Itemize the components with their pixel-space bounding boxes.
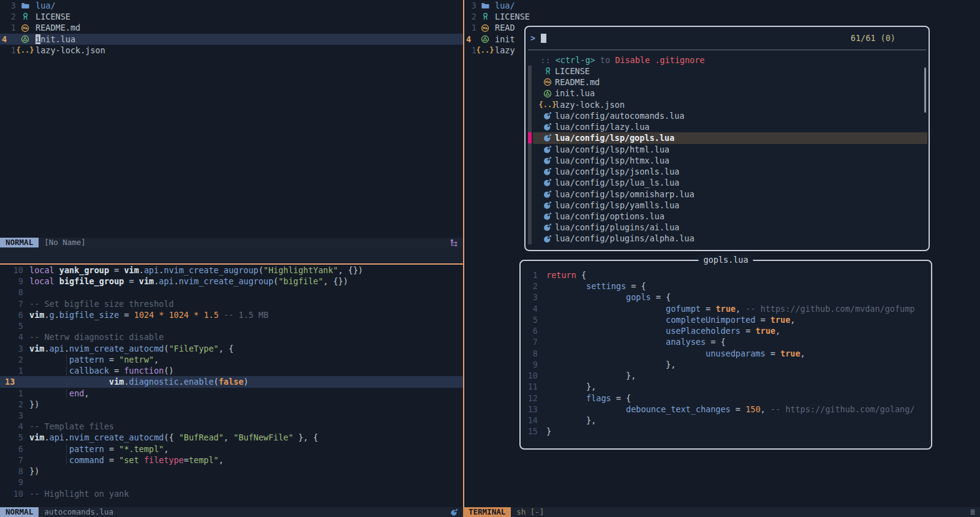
code-text: } [546, 426, 551, 437]
line-number: 7 [521, 336, 538, 347]
code-line[interactable]: 3vim.api.nvim_create_autocmd("FileType",… [0, 343, 463, 354]
fzf-item[interactable]: {..}lazy-lock.json [533, 99, 927, 110]
code-line[interactable]: 8}) [0, 466, 463, 477]
line-number: 2 [0, 399, 23, 410]
code-line[interactable]: 5 [0, 320, 463, 331]
fzf-item[interactable]: lua/config/lazy.lua [533, 121, 927, 132]
indent-guide [66, 388, 67, 398]
code-text: }) [29, 466, 39, 477]
fzf-popup: > 61/61 (0) :: <ctrl-g> to Disable .giti… [524, 26, 930, 251]
code-text: }, [546, 381, 596, 392]
code-text: unusedparams = true, [546, 348, 805, 359]
code-line[interactable]: 10-- Highlight on yank [0, 488, 463, 499]
fzf-item[interactable]: lua/config/lsp/lua_ls.lua [533, 177, 927, 188]
code-line[interactable]: 6vim.g.bigfile_size = 1024 * 1024 * 1.5 … [0, 309, 463, 320]
code-line[interactable]: 9local bigfile_group = vim.api.nvim_crea… [0, 276, 463, 287]
line-number: 4 [521, 303, 538, 314]
explorer-row[interactable]: 4init [464, 34, 526, 45]
fzf-item[interactable]: lua/config/lsp/omnisharp.lua [533, 189, 927, 200]
preview-line: 4 gofumpt = true, -- https://github.com/… [521, 303, 929, 314]
fzf-item[interactable]: README.md [533, 77, 927, 88]
code-line[interactable]: 4-- Netrw diagnostic disable [0, 331, 463, 342]
code-line[interactable]: 9 [0, 477, 463, 488]
preview-window: gopls.lua 1return {2 settings = {3 gopls… [519, 260, 932, 450]
fzf-item[interactable]: lua/config/options.lua [533, 211, 927, 222]
file-name: READ [495, 22, 515, 33]
fzf-item[interactable]: lua/config/lsp/htmx.lua [533, 155, 927, 166]
code-line[interactable]: 1 callback = function() [0, 365, 463, 376]
fzf-item[interactable]: lua/config/lsp/gopls.lua [533, 132, 927, 143]
code-line[interactable]: 2 pattern = "netrw", [0, 354, 463, 365]
file-name: LICENSE [495, 11, 530, 22]
line-number: 3 [0, 343, 23, 354]
line-number: 4 [464, 34, 477, 45]
code-text: flags = { [546, 393, 631, 404]
code-line[interactable]: 4-- Template files [0, 421, 463, 432]
markdown-icon [543, 77, 552, 87]
fzf-item[interactable]: init.lua [533, 88, 927, 99]
code-line[interactable]: 7 command = "set filetype=templ", [0, 455, 463, 466]
code-text: vim.g.bigfile_size = 1024 * 1024 * 1.5 -… [29, 309, 268, 320]
code-text: local yank_group = vim.api.nvim_create_a… [29, 265, 363, 276]
fzf-result-list: LICENSEREADME.mdinit.lua{..}lazy-lock.js… [526, 66, 929, 247]
file-name: lazy [495, 45, 515, 56]
explorer-row[interactable]: 2LICENSE [464, 11, 526, 22]
preview-line: 10 }, [521, 370, 929, 381]
fzf-item[interactable]: lua/config/plugins/alpha.lua [533, 233, 927, 244]
lua-icon [543, 111, 552, 121]
mode-badge: TERMINAL [463, 507, 511, 517]
file-name: lazy-lock.json [555, 99, 625, 110]
code-line[interactable]: 13 vim.diagnostic.enable(false) [0, 376, 463, 387]
code-text: vim.api.nvim_create_autocmd("FileType", … [29, 343, 233, 354]
explorer-row[interactable]: 1{..}lazy [464, 45, 526, 56]
fzf-item[interactable]: lua/config/lsp/yamlls.lua [533, 200, 927, 211]
fzf-prompt[interactable]: > 61/61 (0) [526, 32, 929, 44]
fzf-selection-marker [528, 132, 532, 143]
line-number: 13 [521, 404, 538, 415]
fzf-item[interactable]: lua/config/lsp/jsonls.lua [533, 166, 927, 177]
preview-line: 2 settings = { [521, 281, 929, 292]
fzf-scrollbar[interactable] [924, 67, 926, 113]
file-name: lua/config/autocomands.lua [555, 110, 684, 121]
code-line[interactable]: 6 pattern = "*.templ", [0, 443, 463, 455]
vertical-split-border[interactable] [463, 0, 464, 507]
line-number: 10 [521, 370, 538, 381]
line-number: 11 [521, 381, 538, 392]
fzf-gutter [528, 66, 532, 244]
preview-line: 3 gopls = { [521, 292, 929, 303]
code-line[interactable]: 2}) [0, 399, 463, 410]
line-number: 5 [0, 432, 23, 443]
code-line[interactable]: 8 [0, 287, 463, 298]
indent-guide [66, 355, 67, 364]
fzf-item[interactable]: LICENSE [533, 66, 927, 77]
fzf-item[interactable]: lua/config/autocomands.lua [533, 110, 927, 121]
mode-badge: NORMAL [0, 238, 39, 247]
json-icon: {..} [480, 45, 490, 55]
code-line[interactable]: 5vim.api.nvim_create_autocmd({ "BufRead"… [0, 432, 463, 443]
preview-line: 1return { [521, 270, 929, 281]
code-text: debounce_text_changes = 150, -- https://… [546, 404, 915, 415]
code-text: }, [546, 415, 596, 426]
code-text: settings = { [546, 281, 646, 292]
preview-line: 6 usePlaceholders = true, [521, 325, 929, 336]
file-name: lua/config/lsp/yamlls.lua [555, 200, 679, 211]
code-text: pattern = "*.templ", [29, 443, 169, 455]
line-number: 6 [521, 325, 538, 336]
indent-guide [66, 455, 67, 465]
code-text: completeUnimported = true, [546, 314, 795, 325]
line-number: 12 [521, 393, 538, 404]
code-line[interactable]: 3 [0, 410, 463, 421]
fzf-item[interactable]: lua/config/lsp/html.lua [533, 144, 927, 155]
code-line[interactable]: 7-- Set bigfile size threshold [0, 298, 463, 309]
preview-line: 5 completeUnimported = true, [521, 314, 929, 325]
fzf-item[interactable]: lua/config/plugins/ai.lua [533, 222, 927, 233]
code-line[interactable]: 10local yank_group = vim.api.nvim_create… [0, 265, 463, 276]
explorer-row[interactable]: 3lua/ [464, 0, 526, 11]
prompt-separator [528, 50, 926, 50]
code-line[interactable]: 1 end, [0, 388, 463, 399]
indent-guide [66, 377, 67, 387]
indent-guide [66, 444, 67, 454]
explorer-row[interactable]: 1READ [464, 22, 526, 33]
preview-line: 9 }, [521, 359, 929, 370]
statusline-filename: autocomands.lua [44, 507, 113, 517]
